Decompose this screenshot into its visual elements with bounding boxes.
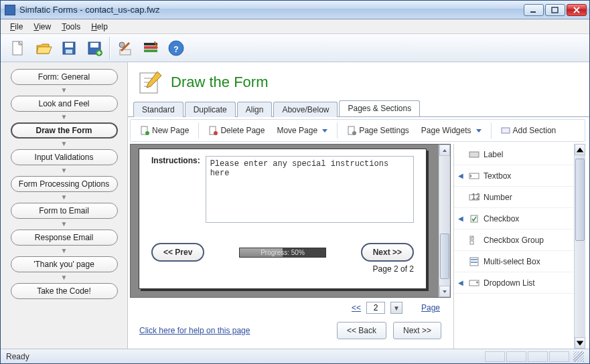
progress-bar: Progress: 50% [239, 248, 326, 258]
step-take-the-code[interactable]: Take the Code! [11, 283, 118, 299]
step-response-email[interactable]: Response Email [11, 230, 118, 246]
window-title: Simfatic Forms - contact_us-cap.fwz [19, 5, 524, 15]
svg-rect-28 [471, 215, 477, 222]
page-settings-button[interactable]: Page Settings [342, 124, 415, 137]
dropdown-arrow-icon [476, 129, 482, 132]
app-window: Simfatic Forms - contact_us-cap.fwz File… [0, 0, 590, 364]
open-file-button[interactable] [31, 36, 56, 60]
design-vertical-scrollbar[interactable] [439, 145, 450, 297]
progress-label: Progress: 50% [240, 248, 325, 257]
form-page-preview[interactable]: Instructions: << Prev Progress: 50% [139, 149, 427, 289]
svg-rect-7 [90, 43, 98, 48]
pager-dropdown[interactable]: ▼ [390, 302, 402, 314]
arrow-icon: ▼ [61, 221, 68, 227]
scroll-down-button[interactable] [439, 286, 450, 297]
step-thank-you-page[interactable]: 'Thank you' page [11, 256, 118, 272]
palette-checkbox-group[interactable]: Checkbox Group [454, 230, 574, 251]
instructions-label: Instructions: [151, 156, 200, 223]
tab-align[interactable]: Align [237, 102, 273, 117]
svg-rect-0 [530, 11, 536, 13]
svg-rect-24 [469, 152, 479, 157]
add-section-button[interactable]: Add Section [496, 124, 562, 137]
status-text: Ready [6, 352, 29, 361]
settings-button[interactable] [113, 36, 137, 60]
footer-row: Click here for help on this page << Back… [130, 316, 451, 345]
pager-row: << ▼ Page [130, 299, 451, 316]
svg-rect-5 [66, 50, 72, 54]
svg-rect-4 [65, 43, 73, 48]
step-look-and-feel[interactable]: Look and Feel [11, 96, 118, 112]
design-zone: Instructions: << Prev Progress: 50% [130, 144, 451, 349]
wizard-button[interactable] [139, 36, 163, 60]
new-file-button[interactable] [6, 36, 30, 60]
step-input-validations[interactable]: Input Validations [11, 149, 118, 165]
svg-point-10 [119, 42, 125, 48]
save-button[interactable] [57, 36, 81, 60]
svg-point-20 [214, 131, 218, 135]
app-icon [5, 5, 15, 15]
form-prev-button[interactable]: << Prev [151, 243, 204, 262]
tab-duplicate[interactable]: Duplicate [185, 102, 236, 117]
delete-page-button[interactable]: Delete Page [203, 124, 270, 137]
arrow-icon: ▼ [61, 114, 68, 120]
back-button[interactable]: << Back [337, 322, 386, 339]
tab-pages-sections[interactable]: Pages & Sections [339, 100, 420, 116]
pager-input[interactable] [366, 302, 385, 314]
minimize-button[interactable] [524, 4, 544, 16]
pager-prev[interactable]: << [352, 303, 361, 312]
palette-vertical-scrollbar[interactable] [574, 144, 585, 349]
content-pane: Draw the Form Standard Duplicate Align A… [128, 62, 589, 349]
resize-grip-icon[interactable] [573, 351, 584, 362]
main-toolbar: ? [1, 34, 589, 62]
scroll-up-button[interactable] [439, 145, 450, 156]
maximize-button[interactable] [545, 4, 565, 16]
help-button[interactable]: ? [164, 36, 188, 60]
tab-above-below[interactable]: Above/Below [273, 102, 338, 117]
dropdown-arrow-icon [322, 129, 327, 132]
step-form-general[interactable]: Form: General [11, 69, 118, 85]
next-button[interactable]: Next >> [393, 322, 441, 339]
tab-row: Standard Duplicate Align Above/Below Pag… [128, 100, 589, 117]
menu-file[interactable]: File [6, 21, 27, 33]
scroll-down-button[interactable] [575, 337, 585, 349]
status-bar: Ready [1, 349, 589, 363]
svg-rect-32 [471, 259, 477, 260]
instructions-textarea[interactable] [206, 156, 414, 223]
palette-label[interactable]: Label [454, 144, 574, 165]
menu-help[interactable]: Help [87, 21, 112, 33]
save-as-button[interactable] [82, 36, 106, 60]
scroll-up-button[interactable] [575, 144, 585, 155]
svg-rect-12 [144, 46, 157, 49]
svg-rect-33 [471, 262, 477, 263]
page-header: Draw the Form [128, 62, 589, 100]
help-link[interactable]: Click here for help on this page [139, 326, 250, 335]
palette-dropdown[interactable]: ◀Dropdown List [454, 272, 574, 294]
palette-checkbox[interactable]: ◀Checkbox [454, 208, 574, 230]
canvas-wrap: Instructions: << Prev Progress: 50% [128, 144, 589, 349]
page-title: Draw the Form [171, 74, 268, 91]
menu-tools[interactable]: Tools [58, 21, 84, 33]
sub-toolbar: New Page Delete Page Move Page Page Sett… [130, 119, 585, 142]
palette-textbox[interactable]: ◀Textbox [454, 165, 574, 187]
titlebar: Simfatic Forms - contact_us-cap.fwz [1, 1, 589, 19]
page-widgets-button[interactable]: Page Widgets [416, 124, 487, 137]
draw-form-icon [137, 69, 164, 96]
new-page-button[interactable]: New Page [135, 124, 194, 137]
arrow-icon: ▼ [61, 141, 68, 147]
design-frame: Instructions: << Prev Progress: 50% [130, 144, 451, 298]
pager-page-link[interactable]: Page [421, 303, 440, 312]
menu-view[interactable]: View [29, 21, 55, 33]
step-form-to-email[interactable]: Form to Email [11, 203, 118, 219]
close-button[interactable] [567, 4, 587, 16]
move-page-button[interactable]: Move Page [271, 124, 333, 137]
step-form-processing-options[interactable]: Form Processing Options [11, 176, 118, 192]
svg-text:?: ? [173, 45, 178, 54]
tab-standard[interactable]: Standard [133, 102, 183, 117]
arrow-icon: ▼ [61, 194, 68, 201]
svg-rect-1 [552, 7, 558, 13]
palette-number[interactable]: 123Number [454, 187, 574, 208]
form-next-button[interactable]: Next >> [361, 243, 414, 262]
palette-multiselect[interactable]: Multi-select Box [454, 251, 574, 272]
svg-rect-13 [144, 50, 157, 52]
step-draw-the-form[interactable]: Draw the Form [11, 122, 118, 139]
